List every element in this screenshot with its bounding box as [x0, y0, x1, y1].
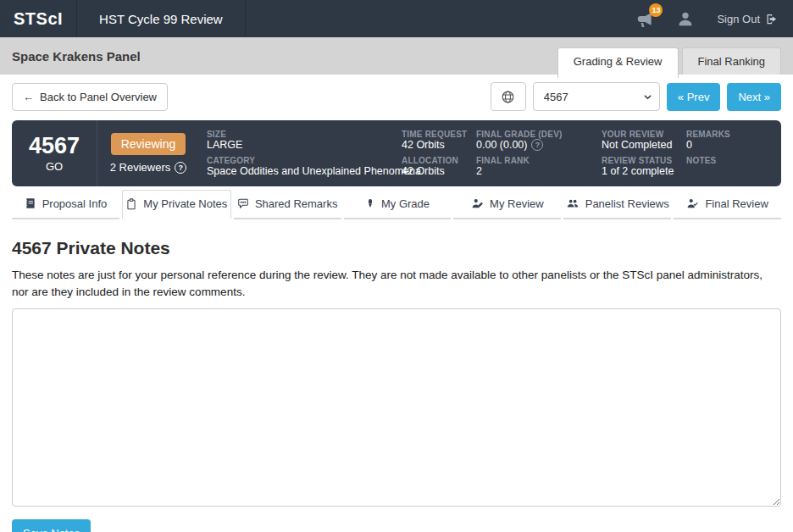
tab-label: Panelist Reviews: [585, 197, 669, 210]
next-proposal-button[interactable]: Next »: [727, 83, 781, 111]
tab-label: Shared Remarks: [255, 197, 338, 210]
tab-my-review[interactable]: My Review: [453, 190, 561, 219]
panel-mode-tabs: Grading & Review Final Ranking: [557, 47, 781, 78]
field-remarks: REMARKS 0: [686, 130, 771, 151]
globe-icon: [501, 90, 515, 104]
private-notes-section: 4567 Private Notes These notes are just …: [0, 238, 793, 532]
field-review-status: REVIEW STATUS 1 of 2 complete: [602, 156, 679, 177]
save-notes-button[interactable]: Save Notes: [12, 519, 91, 532]
field-final-rank: FINAL RANK 2: [476, 156, 595, 177]
proposal-select[interactable]: 4567: [533, 82, 660, 111]
tab-label: My Review: [490, 197, 544, 210]
back-arrow-icon: ←: [23, 91, 34, 103]
tab-label: Final Review: [705, 197, 768, 210]
proposal-status-block: Reviewing 2 Reviewers: [97, 120, 199, 186]
proposal-select-wrap: 4567: [533, 82, 660, 111]
panel-title: Space Krakens Panel: [12, 49, 141, 64]
back-button-label: Back to Panel Overview: [40, 91, 157, 103]
tab-panelist-reviews[interactable]: Panelist Reviews: [563, 190, 671, 219]
navbar-spacer: [246, 0, 635, 37]
prev-proposal-button[interactable]: « Prev: [667, 83, 721, 111]
user-check-icon: [686, 197, 699, 209]
book-icon: [25, 197, 36, 209]
field-allocation: ALLOCATION 42 Orbits: [402, 156, 469, 177]
tab-my-private-notes[interactable]: My Private Notes: [122, 190, 231, 219]
panel-title-bar: Space Krakens Panel Grading & Review Fin…: [0, 37, 793, 75]
private-notes-description: These notes are just for your personal r…: [12, 267, 781, 300]
back-to-panel-button[interactable]: ← Back to Panel Overview: [12, 83, 168, 111]
proposal-summary-panel: 4567 GO Reviewing 2 Reviewers SIZE LARGE…: [12, 120, 781, 186]
tab-grading-review[interactable]: Grading & Review: [557, 47, 679, 78]
final-grade-help-icon[interactable]: [531, 139, 543, 151]
reviewers-help-icon[interactable]: [175, 162, 186, 174]
app-title: HST Cycle 99 Review: [76, 0, 246, 37]
clipboard-icon: [125, 198, 137, 210]
tab-label: My Grade: [381, 197, 430, 210]
reviewers-label: 2 Reviewers: [110, 161, 171, 174]
comment-icon: [237, 197, 249, 209]
tab-label: My Private Notes: [143, 197, 227, 210]
top-navbar: STScI HST Cycle 99 Review 13 Sign Out: [0, 0, 793, 37]
field-size: SIZE LARGE: [207, 130, 395, 151]
sign-out-label: Sign Out: [717, 13, 760, 25]
users-icon: [566, 197, 580, 209]
globe-button[interactable]: [491, 82, 526, 111]
field-final-grade: FINAL GRADE (DEV) 0.00 (0.00): [476, 130, 595, 151]
tab-proposal-info[interactable]: Proposal Info: [12, 190, 119, 219]
reviewers-count: 2 Reviewers: [110, 161, 187, 174]
private-notes-textarea[interactable]: [12, 308, 781, 507]
user-menu-button[interactable]: [676, 9, 695, 28]
announcements-button[interactable]: 13: [635, 9, 654, 29]
summary-fields-grid: SIZE LARGE TIME REQUEST 42 Orbits FINAL …: [199, 120, 781, 186]
user-edit-icon: [471, 197, 484, 209]
tab-my-grade[interactable]: My Grade: [344, 190, 452, 219]
tab-label: Proposal Info: [42, 197, 108, 210]
proposal-id: 4567: [29, 134, 80, 159]
field-notes: NOTES: [686, 156, 771, 177]
proposal-toolbar: ← Back to Panel Overview 4567 « Prev: [0, 75, 793, 119]
proposal-id-block: 4567 GO: [12, 120, 97, 186]
proposal-type: GO: [46, 160, 63, 173]
status-badge: Reviewing: [111, 133, 186, 155]
tab-final-review[interactable]: Final Review: [674, 190, 781, 219]
section-tabs: Proposal Info My Private Notes Shared Re…: [12, 190, 781, 219]
marker-icon: [365, 197, 375, 209]
page-title: 4567 Private Notes: [12, 238, 781, 258]
field-your-review: YOUR REVIEW Not Completed: [602, 130, 679, 151]
navbar-actions: 13 Sign Out: [635, 0, 793, 37]
stsci-logo[interactable]: STScI: [0, 0, 76, 37]
field-category: CATEGORY Space Oddities and Unexplained …: [207, 156, 395, 177]
sign-out-icon: [765, 13, 778, 25]
tab-final-ranking[interactable]: Final Ranking: [682, 47, 782, 75]
notification-badge: 13: [649, 3, 663, 17]
sign-out-button[interactable]: Sign Out: [717, 13, 778, 25]
tab-shared-remarks[interactable]: Shared Remarks: [234, 190, 341, 219]
field-time-request: TIME REQUEST 42 Orbits: [402, 130, 469, 151]
user-icon: [676, 9, 695, 28]
proposal-nav-controls: 4567 « Prev Next »: [491, 82, 781, 111]
save-row: Save Notes: [12, 519, 781, 532]
